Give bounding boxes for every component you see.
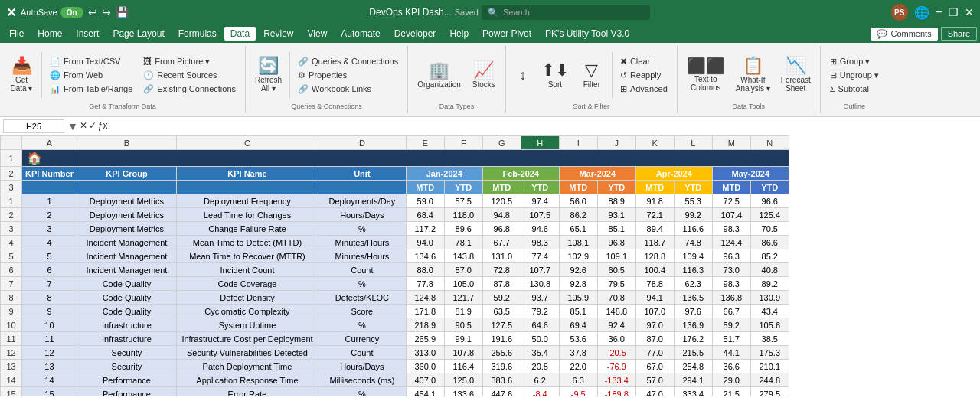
from-table-btn[interactable]: 📊 From Table/Range: [45, 83, 137, 96]
menu-view[interactable]: View: [302, 27, 334, 41]
formula-input[interactable]: [111, 120, 977, 132]
table-cell: 143.8: [444, 249, 482, 263]
ungroup-btn[interactable]: ⊟ Ungroup ▾: [825, 69, 884, 82]
reapply-btn[interactable]: ↺ Reapply: [616, 69, 672, 82]
search-box[interactable]: 🔍: [482, 5, 650, 20]
feb-ytd-h: YTD: [521, 181, 559, 194]
table-cell: 99.2: [674, 208, 712, 222]
text-to-columns-icon: ⬛⬛: [687, 58, 725, 73]
table-cell: 6.2: [521, 373, 559, 387]
autosave-toggle-btn[interactable]: On: [60, 7, 83, 18]
sort-btn[interactable]: ⬆⬇ Sort: [537, 49, 573, 101]
table-cell: Change Failure Rate: [176, 222, 318, 236]
formula-fn-btn[interactable]: ƒx: [98, 120, 108, 132]
search-input[interactable]: [503, 8, 641, 17]
globe-icon[interactable]: 🌐: [914, 5, 929, 20]
organization-btn[interactable]: 🏢 Organization: [413, 49, 466, 101]
forecast-sheet-btn[interactable]: 📉 ForecastSheet: [776, 49, 815, 101]
menu-page-layout[interactable]: Page Layout: [106, 27, 170, 41]
data-row-15: 1212SecuritySecurity Vulnerabilities Det…: [1, 346, 789, 360]
formula-expand-btn[interactable]: ▼: [67, 120, 78, 132]
table-cell: 57.5: [444, 194, 482, 208]
text-to-columns-btn[interactable]: ⬛⬛ Text toColumns: [682, 49, 730, 101]
from-web-icon: 🌐: [50, 70, 60, 80]
comments-btn[interactable]: 💬 Comments: [871, 28, 937, 41]
refresh-all-btn[interactable]: 🔄 RefreshAll ▾: [250, 49, 286, 101]
col-header-row: A B C D E F G H I J K L M N: [1, 136, 789, 150]
queries-connections-btn[interactable]: 🔗 Queries & Connections: [293, 55, 403, 68]
existing-connections-btn[interactable]: 🔗 Existing Connections: [139, 83, 240, 96]
filter-btn[interactable]: ▽ Filter: [575, 49, 609, 101]
get-data-btn[interactable]: 📥 GetData ▾: [5, 49, 38, 101]
ribbon-items-sort: ↕ ⬆⬇ Sort ▽ Filter ✖ Clear ↺ Reapply: [511, 49, 672, 101]
table-cell: 218.9: [406, 318, 444, 332]
col-N[interactable]: N: [750, 136, 789, 150]
menu-home[interactable]: Home: [31, 27, 68, 41]
col-E[interactable]: E: [406, 136, 444, 150]
stocks-btn[interactable]: 📈 Stocks: [467, 49, 501, 101]
recent-sources-btn[interactable]: 🕐 Recent Sources: [139, 69, 240, 82]
table-cell: 66.7: [712, 305, 750, 318]
undo-btn[interactable]: ↩: [88, 6, 97, 18]
menu-formulas[interactable]: Formulas: [172, 27, 223, 41]
clear-btn[interactable]: ✖ Clear: [616, 55, 672, 68]
col-G[interactable]: G: [482, 136, 521, 150]
col-I[interactable]: I: [559, 136, 597, 150]
minimize-btn[interactable]: −: [936, 5, 942, 19]
col-H[interactable]: H: [521, 136, 559, 150]
menu-developer[interactable]: Developer: [388, 27, 443, 41]
subtotal-btn[interactable]: Σ Subtotal: [825, 83, 884, 95]
table-cell: 14: [22, 373, 77, 387]
close-btn[interactable]: ✕: [965, 6, 974, 18]
col-C[interactable]: C: [176, 136, 318, 150]
col-A[interactable]: A: [22, 136, 77, 150]
menu-insert[interactable]: Insert: [70, 27, 105, 41]
ribbon-group-queries: 🔄 RefreshAll ▾ 🔗 Queries & Connections ⚙…: [246, 46, 408, 113]
table-cell: 124.4: [712, 236, 750, 249]
table-cell: 116.3: [674, 263, 712, 277]
advanced-btn[interactable]: ⊞ Advanced: [616, 83, 672, 96]
menu-pk-utility[interactable]: PK's Utility Tool V3.0: [539, 27, 635, 41]
menu-help[interactable]: Help: [443, 27, 475, 41]
table-cell: 1: [1, 194, 22, 208]
col-B[interactable]: B: [77, 136, 176, 150]
save-btn[interactable]: 💾: [116, 6, 129, 18]
menu-file[interactable]: File: [3, 27, 30, 41]
col-M[interactable]: M: [712, 136, 750, 150]
from-web-btn[interactable]: 🌐 From Web: [45, 69, 137, 82]
table-cell: 81.9: [444, 305, 482, 318]
col-J[interactable]: J: [597, 136, 635, 150]
share-btn[interactable]: Share: [941, 27, 977, 41]
table-cell: 360.0: [406, 360, 444, 373]
col-D[interactable]: D: [318, 136, 406, 150]
ribbon-col-from: 📄 From Text/CSV 🌐 From Web 📊 From Table/…: [45, 55, 137, 96]
table-cell: 74.8: [674, 236, 712, 249]
home-icon: 🏠: [27, 152, 42, 165]
col-K[interactable]: K: [635, 136, 674, 150]
table-cell: 89.6: [444, 222, 482, 236]
menu-automate[interactable]: Automate: [335, 27, 386, 41]
workbook-links-btn[interactable]: 🔗 Workbook Links: [293, 83, 403, 96]
menu-review[interactable]: Review: [257, 27, 299, 41]
sort-az-btn[interactable]: ↕: [511, 49, 535, 101]
sort-icon: ⬆⬇: [541, 62, 569, 79]
data-row-16: 1313SecurityPatch Deployment TimeHours/D…: [1, 360, 789, 373]
group-label: Group ▾: [840, 57, 871, 67]
table-cell: 7: [1, 277, 22, 291]
what-if-btn[interactable]: 📋 What-IfAnalysis ▾: [731, 49, 775, 101]
name-box[interactable]: [3, 119, 64, 133]
ribbon-items-queries: 🔄 RefreshAll ▾ 🔗 Queries & Connections ⚙…: [250, 49, 403, 101]
formula-cancel-btn[interactable]: ✕: [80, 120, 87, 132]
menu-data[interactable]: Data: [224, 27, 256, 41]
table-cell: 109.4: [674, 249, 712, 263]
col-L[interactable]: L: [674, 136, 712, 150]
restore-btn[interactable]: ❐: [949, 6, 959, 18]
from-text-btn[interactable]: 📄 From Text/CSV: [45, 55, 137, 68]
properties-btn[interactable]: ⚙ Properties: [293, 69, 403, 82]
from-picture-btn[interactable]: 🖼 From Picture ▾: [139, 55, 240, 68]
col-F[interactable]: F: [444, 136, 482, 150]
group-btn[interactable]: ⊞ Group ▾: [825, 55, 884, 68]
redo-btn[interactable]: ↪: [102, 6, 111, 18]
formula-confirm-btn[interactable]: ✓: [89, 120, 96, 132]
menu-power-pivot[interactable]: Power Pivot: [476, 27, 537, 41]
